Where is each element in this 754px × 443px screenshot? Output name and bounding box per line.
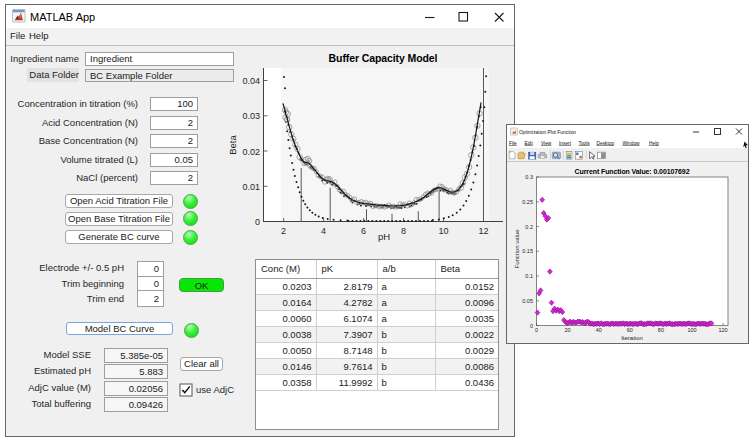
- svg-text:12: 12: [478, 226, 488, 236]
- svg-text:120: 120: [719, 327, 728, 333]
- svg-text:6: 6: [361, 226, 366, 236]
- svg-text:4: 4: [321, 226, 326, 236]
- svg-text:0.05: 0.05: [522, 298, 533, 304]
- svg-text:Current Function Value: 0.0010: Current Function Value: 0.00107692: [575, 168, 690, 175]
- svg-text:0.1: 0.1: [525, 273, 533, 279]
- svg-text:Help: Help: [649, 141, 659, 146]
- svg-text:File: File: [509, 141, 517, 146]
- svg-text:Beta: Beta: [227, 135, 238, 155]
- svg-text:8: 8: [401, 226, 406, 236]
- svg-text:40: 40: [596, 327, 602, 333]
- svg-text:0.01: 0.01: [242, 182, 260, 192]
- svg-text:0: 0: [255, 217, 260, 227]
- svg-text:pH: pH: [378, 231, 390, 242]
- svg-text:0: 0: [530, 323, 533, 329]
- svg-text:Edit: Edit: [525, 141, 534, 146]
- svg-text:0.15: 0.15: [522, 248, 533, 254]
- svg-text:Window: Window: [623, 141, 641, 146]
- svg-text:0.25: 0.25: [522, 199, 533, 205]
- svg-text:Function value: Function value: [514, 229, 520, 269]
- svg-text:0.02: 0.02: [242, 147, 260, 157]
- svg-text:Optimization Plot Function: Optimization Plot Function: [519, 130, 576, 135]
- svg-text:0.2: 0.2: [525, 224, 533, 230]
- svg-text:10: 10: [438, 226, 448, 236]
- svg-text:100: 100: [687, 327, 696, 333]
- svg-text:Iteration: Iteration: [621, 335, 643, 341]
- svg-text:Buffer Capacity Model: Buffer Capacity Model: [329, 52, 438, 64]
- svg-text:0.04: 0.04: [242, 76, 260, 86]
- svg-text:Insert: Insert: [559, 141, 572, 146]
- svg-text:Tools: Tools: [579, 141, 591, 146]
- svg-text:0.3: 0.3: [525, 174, 533, 180]
- svg-text:2: 2: [281, 226, 286, 236]
- svg-text:60: 60: [627, 327, 633, 333]
- svg-text:0.03: 0.03: [242, 111, 260, 121]
- svg-text:Desktop: Desktop: [597, 141, 615, 146]
- svg-text:0: 0: [535, 327, 538, 333]
- svg-text:80: 80: [658, 327, 664, 333]
- svg-text:View: View: [541, 141, 552, 146]
- svg-text:20: 20: [565, 327, 571, 333]
